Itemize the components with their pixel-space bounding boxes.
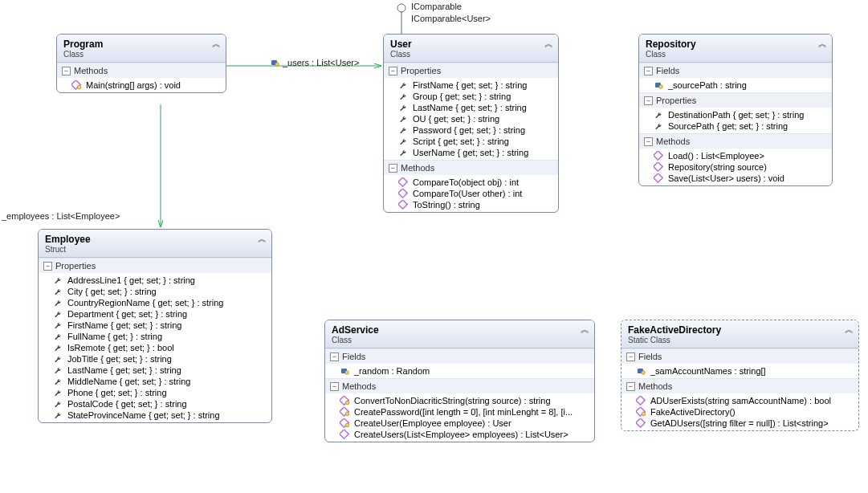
member-label: CompareTo(object obj) : int bbox=[413, 177, 519, 187]
class-box-program[interactable]: Program Class ︽ −Methods Main(string[] a… bbox=[56, 34, 226, 93]
method-icon bbox=[636, 407, 646, 417]
member-row[interactable]: Main(string[] args) : void bbox=[57, 79, 226, 91]
property-icon bbox=[53, 343, 63, 352]
member-row[interactable]: LastName { get; set; } : string bbox=[39, 365, 271, 376]
minus-icon: − bbox=[389, 164, 397, 173]
member-label: CreatePassword([int length = 0], [int mi… bbox=[354, 407, 573, 417]
member-row[interactable]: FullName { get; } : string bbox=[39, 331, 271, 342]
association-label-employees: _employees : List<Employee> bbox=[2, 211, 120, 221]
member-label: MiddleName { get; set; } : string bbox=[67, 377, 190, 386]
association-label-users: _users : List<User> bbox=[270, 58, 359, 67]
collapse-chevron-icon[interactable]: ︽ bbox=[544, 38, 553, 50]
member-row[interactable]: Group { get; set; } : string bbox=[384, 91, 558, 102]
class-title: Employee bbox=[45, 234, 265, 245]
member-row[interactable]: _samAccountNames : string[] bbox=[621, 365, 858, 377]
member-row[interactable]: Script { get; set; } : string bbox=[384, 136, 558, 147]
member-row[interactable]: CompareTo(User other) : int bbox=[384, 188, 558, 199]
member-row[interactable]: Phone { get; set; } : string bbox=[39, 387, 271, 398]
class-header[interactable]: Program Class ︽ bbox=[57, 35, 226, 63]
property-icon bbox=[53, 309, 63, 319]
member-row[interactable]: _random : Random bbox=[325, 365, 594, 377]
class-kind: Class bbox=[63, 50, 219, 59]
method-icon bbox=[398, 189, 408, 198]
member-label: OU { get; set; } : string bbox=[413, 114, 499, 124]
svg-point-22 bbox=[345, 423, 349, 427]
member-row[interactable]: ConvertToNonDiacriticString(string sourc… bbox=[325, 395, 594, 406]
class-header[interactable]: FakeActiveDirectory Static Class ︽ bbox=[621, 320, 858, 348]
class-box-fakeactivedirectory[interactable]: FakeActiveDirectory Static Class ︽ −Fiel… bbox=[621, 320, 859, 431]
member-row[interactable]: CreateUsers(List<Employee> employees) : … bbox=[325, 429, 594, 440]
member-row[interactable]: Repository(string source) bbox=[639, 161, 832, 173]
member-row[interactable]: FirstName { get; set; } : string bbox=[384, 79, 558, 91]
svg-point-18 bbox=[345, 401, 349, 405]
member-row[interactable]: StateProvinceName { get; set; } : string bbox=[39, 409, 271, 421]
member-row[interactable]: ADUserExists(string samAccountName) : bo… bbox=[621, 395, 858, 406]
class-kind: Class bbox=[332, 336, 588, 344]
member-row[interactable]: OU { get; set; } : string bbox=[384, 113, 558, 124]
class-box-repository[interactable]: Repository Class ︽ −Fields_sourcePath : … bbox=[638, 34, 833, 186]
collapse-chevron-icon[interactable]: ︽ bbox=[212, 38, 221, 50]
member-row[interactable]: _sourcePath : string bbox=[639, 79, 832, 91]
collapse-chevron-icon[interactable]: ︽ bbox=[258, 233, 267, 245]
member-row[interactable]: AddressLine1 { get; set; } : string bbox=[39, 275, 271, 286]
member-row[interactable]: GetADUsers([string filter = null]) : Lis… bbox=[621, 418, 858, 429]
member-row[interactable]: FakeActiveDirectory() bbox=[621, 406, 858, 418]
svg-point-6 bbox=[77, 85, 81, 89]
property-icon bbox=[398, 80, 408, 90]
member-row[interactable]: IsRemote { get; set; } : bool bbox=[39, 342, 271, 353]
member-row[interactable]: PostalCode { get; set; } : string bbox=[39, 398, 271, 409]
class-box-adservice[interactable]: AdService Class ︽ −Fields_random : Rando… bbox=[324, 320, 595, 442]
collapse-chevron-icon[interactable]: ︽ bbox=[581, 324, 589, 336]
class-header[interactable]: Employee Struct ︽ bbox=[39, 230, 271, 258]
method-icon bbox=[654, 173, 663, 183]
class-header[interactable]: User Class ︽ bbox=[384, 35, 558, 63]
member-row[interactable]: CreateUser(Employee employee) : User bbox=[325, 418, 594, 429]
member-label: Save(List<User> users) : void bbox=[668, 173, 784, 183]
class-box-user[interactable]: User Class ︽ −PropertiesFirstName { get;… bbox=[383, 34, 559, 213]
member-row[interactable]: UserName { get; set; } : string bbox=[384, 147, 558, 158]
member-label: FirstName { get; set; } : string bbox=[67, 320, 181, 330]
property-icon bbox=[398, 103, 408, 112]
interface-label-icomparable: IComparable bbox=[411, 2, 462, 11]
collapse-chevron-icon[interactable]: ︽ bbox=[818, 38, 827, 50]
property-icon bbox=[398, 136, 408, 146]
property-icon bbox=[53, 354, 63, 364]
class-box-employee[interactable]: Employee Struct ︽ −PropertiesAddressLine… bbox=[38, 229, 272, 423]
property-icon bbox=[654, 121, 663, 131]
member-row[interactable]: ToString() : string bbox=[384, 199, 558, 210]
minus-icon: − bbox=[644, 96, 653, 105]
method-icon bbox=[654, 151, 663, 161]
class-kind: Class bbox=[646, 50, 825, 59]
member-row[interactable]: Save(List<User> users) : void bbox=[639, 173, 832, 184]
method-icon bbox=[398, 177, 408, 187]
class-title: Program bbox=[63, 39, 219, 50]
member-row[interactable]: Password { get; set; } : string bbox=[384, 124, 558, 136]
member-label: ConvertToNonDiacriticString(string sourc… bbox=[354, 396, 551, 405]
property-icon bbox=[53, 377, 63, 386]
class-title: AdService bbox=[332, 324, 588, 336]
member-row[interactable]: LastName { get; set; } : string bbox=[384, 102, 558, 113]
member-row[interactable]: Load() : List<Employee> bbox=[639, 150, 832, 161]
member-row[interactable]: MiddleName { get; set; } : string bbox=[39, 376, 271, 387]
member-label: CountryRegionName { get; set; } : string bbox=[67, 298, 223, 308]
member-row[interactable]: CompareTo(object obj) : int bbox=[384, 177, 558, 188]
collapse-chevron-icon[interactable]: ︽ bbox=[845, 324, 854, 336]
member-label: JobTitle { get; set; } : string bbox=[67, 354, 172, 364]
class-header[interactable]: AdService Class ︽ bbox=[325, 320, 594, 348]
property-icon bbox=[398, 125, 408, 135]
member-row[interactable]: CreatePassword([int length = 0], [int mi… bbox=[325, 406, 594, 418]
class-title: User bbox=[390, 39, 552, 50]
minus-icon: − bbox=[626, 352, 635, 361]
member-row[interactable]: FirstName { get; set; } : string bbox=[39, 320, 271, 331]
minus-icon: − bbox=[389, 67, 397, 75]
member-row[interactable]: JobTitle { get; set; } : string bbox=[39, 353, 271, 365]
property-icon bbox=[53, 275, 63, 285]
member-row[interactable]: SourcePath { get; set; } : string bbox=[639, 120, 832, 132]
field-icon bbox=[636, 366, 646, 376]
member-row[interactable]: DestinationPath { get; set; } : string bbox=[639, 109, 832, 120]
member-row[interactable]: Department { get; set; } : string bbox=[39, 308, 271, 320]
svg-rect-23 bbox=[340, 430, 348, 438]
class-header[interactable]: Repository Class ︽ bbox=[639, 35, 832, 63]
member-row[interactable]: CountryRegionName { get; set; } : string bbox=[39, 297, 271, 308]
member-row[interactable]: City { get; set; } : string bbox=[39, 286, 271, 297]
